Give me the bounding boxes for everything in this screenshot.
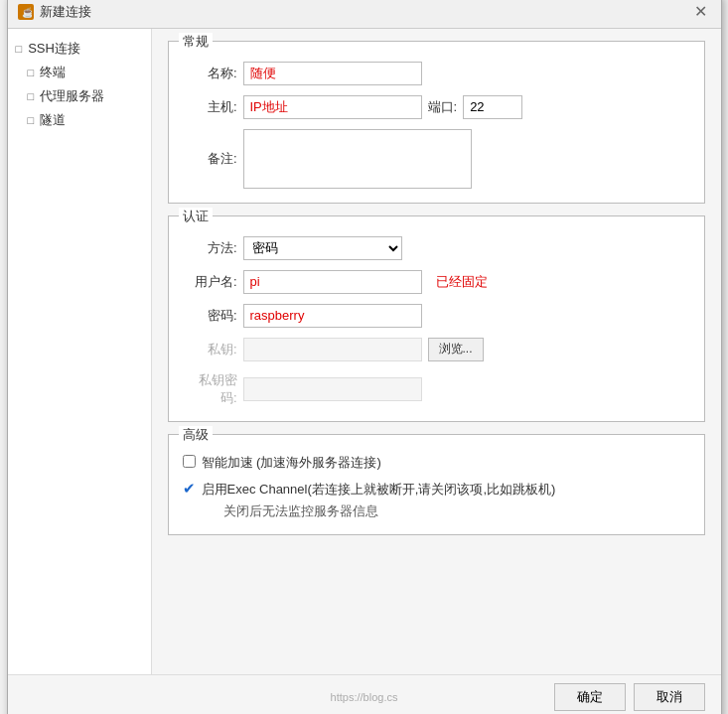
sidebar: □ SSH连接 □ 终端 □ 代理服务器 □ 隧道 bbox=[8, 29, 152, 674]
auth-section: 认证 方法: 密码 公钥 键盘交互 用户名: 已经固定 密码: bbox=[168, 215, 705, 422]
privkey-pass-input bbox=[243, 377, 422, 401]
sidebar-item-ssh-label: SSH连接 bbox=[28, 40, 80, 58]
close-button[interactable]: ✕ bbox=[691, 2, 711, 22]
exec-channel-sub: 关闭后无法监控服务器信息 bbox=[202, 501, 556, 521]
general-section-title: 常规 bbox=[179, 33, 213, 51]
sidebar-item-tunnel[interactable]: □ 隧道 bbox=[8, 108, 151, 132]
dialog-title: 新建连接 bbox=[40, 3, 91, 21]
name-row: 名称: bbox=[183, 62, 690, 85]
sidebar-item-proxy[interactable]: □ 代理服务器 bbox=[8, 84, 151, 108]
expand-icon-proxy: □ bbox=[28, 90, 35, 102]
password-input[interactable] bbox=[243, 304, 422, 328]
username-label: 用户名: bbox=[183, 273, 237, 291]
note-row: 备注: bbox=[183, 129, 690, 189]
host-label: 主机: bbox=[183, 98, 237, 116]
port-label: 端口: bbox=[428, 98, 458, 116]
main-content: 常规 名称: 主机: 端口: 备注: 认证 bbox=[152, 29, 721, 674]
exec-channel-checkmark: ✔ bbox=[183, 480, 196, 498]
dialog-footer: https://blog.cs 确定 取消 bbox=[8, 674, 721, 715]
host-input[interactable] bbox=[243, 95, 422, 119]
method-label: 方法: bbox=[183, 239, 237, 257]
exec-channel-row: ✔ 启用Exec Channel(若连接上就被断开,请关闭该项,比如跳板机) 关… bbox=[183, 480, 690, 520]
expand-icon-tunnel: □ bbox=[28, 114, 35, 126]
sidebar-item-ssh[interactable]: □ SSH连接 bbox=[8, 37, 151, 61]
name-input[interactable] bbox=[243, 62, 422, 85]
privkey-pass-label: 私钥密码: bbox=[183, 371, 237, 407]
method-select[interactable]: 密码 公钥 键盘交互 bbox=[243, 236, 402, 260]
dialog-body: □ SSH连接 □ 终端 □ 代理服务器 □ 隧道 常规 名称: bbox=[8, 29, 721, 674]
privkey-row: 私钥: 浏览... bbox=[183, 338, 690, 361]
expand-icon-ssh: □ bbox=[16, 43, 23, 55]
advanced-section-title: 高级 bbox=[179, 426, 213, 444]
privkey-pass-row: 私钥密码: bbox=[183, 371, 690, 407]
fixed-label: 已经固定 bbox=[436, 273, 488, 291]
browse-button[interactable]: 浏览... bbox=[428, 338, 484, 361]
name-label: 名称: bbox=[183, 65, 237, 82]
privkey-label: 私钥: bbox=[183, 341, 237, 358]
svg-text:☕: ☕ bbox=[22, 6, 32, 18]
exec-channel-label: 启用Exec Channel(若连接上就被断开,请关闭该项,比如跳板机) bbox=[202, 482, 556, 497]
accel-label: 智能加速 (加速海外服务器连接) bbox=[202, 453, 381, 473]
app-icon: ☕ bbox=[18, 4, 34, 20]
sidebar-item-proxy-label: 代理服务器 bbox=[40, 87, 104, 105]
ok-button[interactable]: 确定 bbox=[554, 683, 626, 711]
note-label: 备注: bbox=[183, 150, 237, 168]
accel-row: 智能加速 (加速海外服务器连接) bbox=[183, 453, 690, 473]
cancel-button[interactable]: 取消 bbox=[634, 683, 705, 711]
expand-icon-terminal: □ bbox=[28, 67, 35, 78]
sidebar-item-tunnel-label: 隧道 bbox=[40, 111, 66, 129]
note-input[interactable] bbox=[243, 129, 472, 189]
password-label: 密码: bbox=[183, 307, 237, 325]
general-section: 常规 名称: 主机: 端口: 备注: bbox=[168, 41, 705, 204]
watermark: https://blog.cs bbox=[331, 691, 398, 703]
username-input[interactable] bbox=[243, 270, 422, 294]
port-input[interactable] bbox=[463, 95, 522, 119]
accel-checkbox[interactable] bbox=[183, 455, 196, 468]
host-row: 主机: 端口: bbox=[183, 95, 690, 119]
titlebar: ☕ 新建连接 ✕ bbox=[8, 0, 721, 29]
new-connection-dialog: ☕ 新建连接 ✕ □ SSH连接 □ 终端 □ 代理服务器 □ 隧道 bbox=[7, 0, 722, 714]
titlebar-left: ☕ 新建连接 bbox=[18, 3, 91, 21]
username-row: 用户名: 已经固定 bbox=[183, 270, 690, 294]
privkey-input bbox=[243, 338, 422, 361]
advanced-section: 高级 智能加速 (加速海外服务器连接) ✔ 启用Exec Channel(若连接… bbox=[168, 434, 705, 536]
sidebar-item-terminal[interactable]: □ 终端 bbox=[8, 61, 151, 84]
exec-channel-text-group: 启用Exec Channel(若连接上就被断开,请关闭该项,比如跳板机) 关闭后… bbox=[202, 480, 556, 520]
auth-section-title: 认证 bbox=[179, 208, 213, 225]
sidebar-item-terminal-label: 终端 bbox=[40, 64, 66, 81]
password-row: 密码: bbox=[183, 304, 690, 328]
method-row: 方法: 密码 公钥 键盘交互 bbox=[183, 236, 690, 260]
